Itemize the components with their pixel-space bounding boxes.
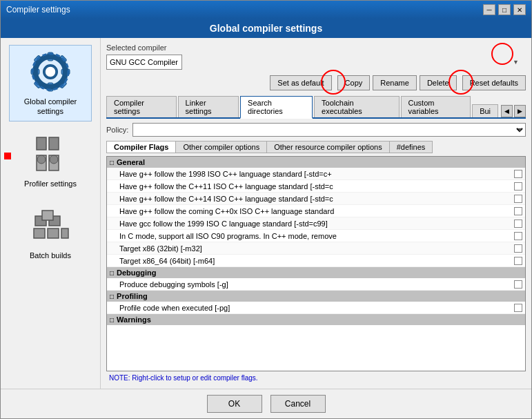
sidebar-item-profiler[interactable]: Profiler settings — [9, 127, 92, 193]
profiler-icon — [28, 132, 72, 176]
section-header-debugging[interactable]: □Debugging — [107, 267, 525, 278]
svg-point-10 — [45, 66, 56, 77]
copy-button[interactable]: Copy — [337, 75, 371, 90]
flag-text: Have gcc follow the 1999 ISO C language … — [119, 220, 514, 228]
flag-text: Have g++ follow the C++11 ISO C++ langua… — [119, 182, 514, 191]
svg-rect-22 — [48, 228, 59, 238]
tab-build[interactable]: Bui — [472, 104, 498, 117]
sidebar-item-global-compiler[interactable]: Global compiler settings — [9, 45, 92, 121]
sidebar-item-batch-builds[interactable]: Batch builds — [9, 199, 92, 265]
compiler-row: GNU GCC Compiler — [106, 55, 526, 70]
rename-button[interactable]: Rename — [373, 75, 417, 90]
flag-row: Profile code when executed [-pg] — [107, 302, 525, 314]
batch-builds-icon — [28, 204, 72, 248]
flag-row: Have g++ follow the C++11 ISO C++ langua… — [107, 180, 525, 193]
section-name: Warnings — [117, 315, 151, 324]
sidebar-item-profiler-label: Profiler settings — [24, 179, 77, 188]
flag-checkbox[interactable] — [514, 182, 522, 191]
svg-rect-23 — [61, 228, 68, 238]
main-window: Compiler settings ─ □ ✕ Global compiler … — [0, 0, 532, 419]
svg-rect-21 — [34, 228, 45, 238]
set-default-button[interactable]: Set as default — [270, 75, 331, 90]
title-bar: Compiler settings ─ □ ✕ — [1, 1, 531, 19]
delete-button[interactable]: Delete — [420, 75, 457, 90]
sidebar-item-batch-builds-label: Batch builds — [30, 251, 71, 260]
reset-defaults-button[interactable]: Reset defaults — [462, 75, 526, 90]
tab-search-directories[interactable]: Search directories — [240, 96, 313, 119]
flag-text: Target x86 (32bit) [-m32] — [119, 244, 514, 253]
bottom-bar: OK Cancel — [1, 389, 531, 418]
flag-row: Target x86_64 (64bit) [-m64] — [107, 255, 525, 267]
svg-rect-13 — [49, 137, 59, 150]
section-name: Profiling — [117, 292, 148, 300]
section-toggle[interactable]: □ — [110, 159, 114, 166]
tab-custom-variables[interactable]: Custom variables — [401, 96, 471, 117]
sidebar: Global compiler settings Profiler settin… — [1, 38, 101, 389]
sub-tab-other-compiler-options[interactable]: Other compiler options — [175, 141, 266, 153]
flag-checkbox[interactable] — [514, 170, 522, 178]
policy-select[interactable] — [132, 123, 526, 137]
ok-button[interactable]: OK — [207, 395, 262, 413]
window-title: Compiler settings — [6, 5, 70, 14]
main-content: Global compiler settings Profiler settin… — [1, 38, 531, 389]
flag-text: Produce debugging symbols [-g] — [119, 280, 514, 289]
gear-icon — [28, 50, 72, 94]
tab-nav-left[interactable]: ◀ — [501, 105, 513, 117]
flag-text: Target x86_64 (64bit) [-m64] — [119, 257, 514, 265]
minimize-button[interactable]: ─ — [483, 4, 495, 15]
flag-checkbox[interactable] — [514, 304, 522, 312]
svg-rect-20 — [42, 211, 53, 220]
flag-checkbox[interactable] — [514, 257, 522, 265]
flag-checkbox[interactable] — [514, 207, 522, 215]
note-text: NOTE: Right-click to setup or edit compi… — [106, 373, 526, 383]
section-header-warnings[interactable]: □Warnings — [107, 314, 525, 325]
flag-row: Have gcc follow the 1999 ISO C language … — [107, 217, 525, 230]
section-header-general[interactable]: □General — [107, 157, 525, 168]
cancel-button[interactable]: Cancel — [270, 395, 326, 413]
flag-row: Target x86 (32bit) [-m32] — [107, 242, 525, 255]
title-controls: ─ □ ✕ — [483, 4, 526, 15]
flag-row: Have g++ follow the 1998 ISO C++ languag… — [107, 168, 525, 180]
sub-tab-compiler-flags[interactable]: Compiler Flags — [106, 141, 175, 153]
tab-compiler-settings[interactable]: Compiler settings — [106, 96, 177, 117]
close-button[interactable]: ✕ — [513, 4, 526, 15]
error-indicator — [4, 153, 11, 159]
flag-row: Produce debugging symbols [-g] — [107, 278, 525, 291]
flag-text: Have g++ follow the 1998 ISO C++ languag… — [119, 170, 514, 178]
svg-rect-12 — [37, 137, 46, 150]
dialog-title: Global compiler settings — [1, 19, 531, 38]
flag-checkbox[interactable] — [514, 244, 522, 253]
compiler-select[interactable]: GNU GCC Compiler — [106, 55, 182, 70]
sub-tab-other-resource-options[interactable]: Other resource compiler options — [266, 141, 389, 153]
flag-checkbox[interactable] — [514, 232, 522, 240]
svg-point-16 — [37, 155, 46, 164]
tab-toolchain-executables[interactable]: Toolchain executables — [314, 96, 399, 117]
section-toggle[interactable]: □ — [110, 316, 114, 324]
flag-checkbox[interactable] — [514, 220, 522, 228]
sub-tab-defines[interactable]: #defines — [389, 141, 433, 153]
button-row: Set as default Copy Rename Delete Reset … — [106, 75, 526, 90]
flag-checkbox[interactable] — [514, 280, 522, 289]
right-panel: Selected compiler GNU GCC Compiler Set a… — [101, 38, 531, 389]
flag-text: Have g++ follow the C++14 ISO C++ langua… — [119, 195, 514, 203]
flags-list[interactable]: □General Have g++ follow the 1998 ISO C+… — [106, 156, 526, 371]
main-tab-bar: Compiler settings Linker settings Search… — [106, 96, 526, 119]
selected-compiler-label: Selected compiler — [106, 43, 526, 52]
tab-linker-settings[interactable]: Linker settings — [178, 96, 239, 117]
flag-checkbox[interactable] — [514, 195, 522, 203]
policy-select-wrapper — [132, 123, 526, 137]
policy-row: Policy: — [106, 123, 526, 137]
sub-tab-bar: Compiler Flags Other compiler options Ot… — [106, 141, 526, 153]
tab-nav-right[interactable]: ▶ — [514, 105, 526, 117]
maximize-button[interactable]: □ — [498, 4, 511, 15]
flag-text: In C mode, support all ISO C90 programs.… — [119, 232, 514, 240]
section-name: Debugging — [117, 269, 156, 277]
section-toggle[interactable]: □ — [110, 269, 114, 277]
flag-row: Have g++ follow the C++14 ISO C++ langua… — [107, 193, 525, 205]
section-header-profiling[interactable]: □Profiling — [107, 291, 525, 302]
section-toggle[interactable]: □ — [110, 293, 114, 300]
flag-row: In C mode, support all ISO C90 programs.… — [107, 230, 525, 242]
section-name: General — [117, 158, 145, 166]
compiler-select-wrapper: GNU GCC Compiler — [106, 55, 522, 70]
sidebar-item-global-compiler-label: Global compiler settings — [12, 97, 88, 117]
